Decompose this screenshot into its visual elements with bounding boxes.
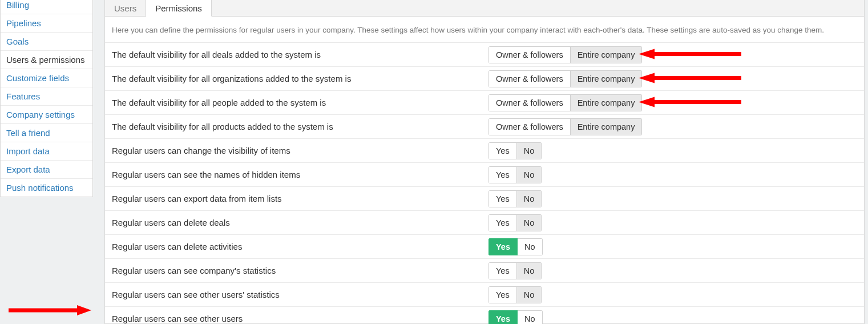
permission-label: The default visibility for all deals add… (112, 50, 488, 59)
toggle-option-no[interactable]: No (517, 286, 542, 303)
toggle-option-yes[interactable]: Yes (488, 238, 518, 255)
yesno-toggle: YesNo (488, 310, 543, 325)
permission-row: The default visibility for all deals add… (105, 43, 864, 67)
permission-label: The default visibility for all products … (112, 122, 488, 131)
permission-label: Regular users can change the visibility … (112, 146, 488, 155)
annotation-arrow (639, 96, 741, 109)
toggle-option-no[interactable]: No (517, 262, 542, 279)
permission-row: Regular users can delete activitiesYesNo (105, 235, 864, 259)
sidebar-item-pipelines[interactable]: Pipelines (1, 14, 92, 33)
svg-marker-1 (639, 49, 655, 59)
permission-label: Regular users can see other users (112, 314, 488, 323)
toggle-option-yes[interactable]: Yes (488, 286, 517, 303)
permission-row: The default visibility for all people ad… (105, 91, 864, 115)
yesno-toggle: YesNo (488, 142, 542, 159)
permission-row: Regular users can see other usersYesNo (105, 307, 864, 324)
toggle-option-no[interactable]: No (517, 190, 542, 207)
tab-permissions[interactable]: Permissions (146, 0, 212, 17)
permission-row: Regular users can export data from item … (105, 187, 864, 211)
permissions-list: The default visibility for all deals add… (105, 43, 864, 324)
permission-label: Regular users can delete deals (112, 218, 488, 227)
toggle-option-owner-followers[interactable]: Owner & followers (488, 70, 571, 87)
toggle-option-entire-company[interactable]: Entire company (571, 94, 643, 111)
toggle-option-no[interactable]: No (518, 238, 543, 255)
toggle-option-owner-followers[interactable]: Owner & followers (488, 118, 571, 135)
permission-row: The default visibility for all organizat… (105, 67, 864, 91)
annotation-arrow-sidebar (9, 305, 91, 315)
yesno-toggle: YesNo (488, 238, 543, 255)
permission-label: Regular users can see company's statisti… (112, 266, 488, 275)
sidebar-item-company-settings[interactable]: Company settings (1, 106, 92, 124)
toggle-option-yes[interactable]: Yes (488, 166, 517, 183)
permission-row: Regular users can see company's statisti… (105, 259, 864, 283)
yesno-toggle: YesNo (488, 262, 542, 279)
main-panel: Users Permissions Here you can define th… (104, 0, 865, 324)
tab-bar: Users Permissions (105, 0, 864, 17)
permission-row: Regular users can see the names of hidde… (105, 163, 864, 187)
sidebar-item-features[interactable]: Features (1, 87, 92, 106)
sidebar-item-users-permissions[interactable]: Users & permissions (1, 51, 92, 69)
toggle-option-yes[interactable]: Yes (488, 262, 517, 279)
toggle-option-entire-company[interactable]: Entire company (571, 118, 643, 135)
permission-label: Regular users can see the names of hidde… (112, 170, 488, 179)
sidebar-item-push-notifications[interactable]: Push notifications (1, 179, 92, 197)
svg-marker-5 (639, 97, 655, 107)
sidebar: Billing Pipelines Goals Users & permissi… (0, 0, 93, 197)
visibility-toggle: Owner & followersEntire company (488, 118, 642, 135)
toggle-option-entire-company[interactable]: Entire company (571, 46, 643, 63)
permission-label: Regular users can delete activities (112, 242, 488, 251)
toggle-option-no[interactable]: No (517, 142, 542, 159)
visibility-toggle: Owner & followersEntire company (488, 46, 642, 63)
sidebar-item-import-data[interactable]: Import data (1, 142, 92, 161)
toggle-option-yes[interactable]: Yes (488, 142, 517, 159)
permission-label: Regular users can see other users' stati… (112, 290, 488, 299)
sidebar-item-billing[interactable]: Billing (1, 0, 92, 14)
permission-label: The default visibility for all people ad… (112, 98, 488, 107)
sidebar-item-tell-a-friend[interactable]: Tell a friend (1, 124, 92, 142)
visibility-toggle: Owner & followersEntire company (488, 94, 642, 111)
permission-row: The default visibility for all products … (105, 115, 864, 139)
toggle-option-yes[interactable]: Yes (488, 190, 517, 207)
toggle-option-owner-followers[interactable]: Owner & followers (488, 94, 571, 111)
annotation-arrow (639, 48, 741, 61)
toggle-option-yes[interactable]: Yes (488, 214, 517, 231)
permission-row: Regular users can delete dealsYesNo (105, 211, 864, 235)
tab-users[interactable]: Users (105, 0, 146, 16)
visibility-toggle: Owner & followersEntire company (488, 70, 642, 87)
yesno-toggle: YesNo (488, 190, 542, 207)
svg-marker-3 (639, 73, 655, 83)
toggle-option-owner-followers[interactable]: Owner & followers (488, 46, 571, 63)
toggle-option-no[interactable]: No (517, 214, 542, 231)
permission-label: The default visibility for all organizat… (112, 74, 488, 83)
toggle-option-yes[interactable]: Yes (488, 310, 518, 325)
permission-row: Regular users can change the visibility … (105, 139, 864, 163)
sidebar-item-customize-fields[interactable]: Customize fields (1, 69, 92, 87)
toggle-option-entire-company[interactable]: Entire company (571, 70, 643, 87)
permission-label: Regular users can export data from item … (112, 194, 488, 203)
sidebar-item-goals[interactable]: Goals (1, 33, 92, 51)
yesno-toggle: YesNo (488, 286, 542, 303)
annotation-arrow (639, 72, 741, 85)
svg-marker-7 (77, 305, 91, 315)
toggle-option-no[interactable]: No (518, 310, 543, 325)
yesno-toggle: YesNo (488, 166, 542, 183)
permission-row: Regular users can see other users' stati… (105, 283, 864, 307)
intro-text: Here you can define the permissions for … (105, 17, 864, 43)
toggle-option-no[interactable]: No (517, 166, 542, 183)
yesno-toggle: YesNo (488, 214, 542, 231)
sidebar-item-export-data[interactable]: Export data (1, 161, 92, 179)
